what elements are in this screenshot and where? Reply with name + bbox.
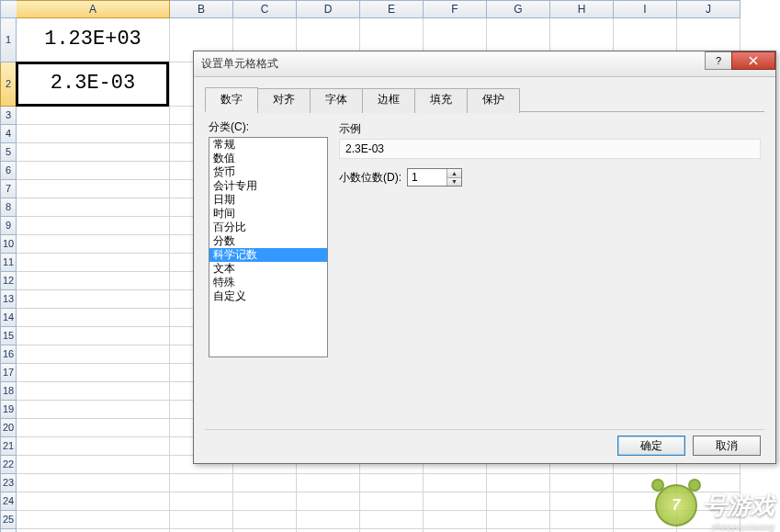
cell-J23[interactable] — [677, 474, 740, 492]
row-header-9[interactable]: 9 — [0, 217, 17, 235]
row-header-6[interactable]: 6 — [0, 162, 17, 180]
row-header-25[interactable]: 25 — [0, 511, 17, 529]
cell-A9[interactable] — [17, 217, 170, 235]
cell-G23[interactable] — [487, 474, 550, 492]
column-header-E[interactable]: E — [360, 0, 424, 18]
cell-D24[interactable] — [297, 492, 360, 511]
cell-I23[interactable] — [614, 474, 677, 492]
close-button[interactable] — [731, 51, 775, 70]
category-item-0[interactable]: 常规 — [209, 138, 327, 152]
row-header-23[interactable]: 23 — [0, 474, 17, 492]
cell-A7[interactable] — [17, 180, 170, 198]
tab-3[interactable]: 边框 — [362, 88, 415, 113]
spinner-up[interactable]: ▲ — [447, 169, 461, 178]
row-header-3[interactable]: 3 — [0, 107, 17, 125]
column-header-F[interactable]: F — [424, 0, 487, 18]
cell-F24[interactable] — [424, 492, 487, 511]
cell-A21[interactable] — [17, 437, 170, 456]
cell-H23[interactable] — [550, 474, 614, 492]
row-header-4[interactable]: 4 — [0, 125, 17, 143]
cell-A4[interactable] — [17, 125, 170, 143]
cell-A5[interactable] — [17, 143, 170, 162]
column-header-B[interactable]: B — [170, 0, 233, 18]
row-header-8[interactable]: 8 — [0, 198, 17, 217]
category-item-7[interactable]: 分数 — [209, 234, 327, 248]
row-header-10[interactable]: 10 — [0, 235, 17, 254]
cell-A6[interactable] — [17, 162, 170, 180]
cell-A18[interactable] — [17, 382, 170, 401]
tab-4[interactable]: 填充 — [414, 88, 468, 113]
cell-F23[interactable] — [424, 474, 487, 492]
cell-E24[interactable] — [360, 492, 424, 511]
column-header-D[interactable]: D — [297, 0, 360, 18]
column-header-H[interactable]: H — [550, 0, 614, 18]
cell-H25[interactable] — [550, 511, 614, 529]
cell-E23[interactable] — [360, 474, 424, 492]
cell-G24[interactable] — [487, 492, 550, 511]
category-item-1[interactable]: 数值 — [209, 152, 327, 165]
row-header-22[interactable]: 22 — [0, 456, 17, 474]
category-item-11[interactable]: 自定义 — [209, 289, 327, 303]
category-item-6[interactable]: 百分比 — [209, 221, 327, 234]
cell-E25[interactable] — [360, 511, 424, 529]
cell-A22[interactable] — [17, 456, 170, 474]
category-item-5[interactable]: 时间 — [209, 207, 327, 221]
cell-A20[interactable] — [17, 419, 170, 437]
cell-A10[interactable] — [17, 235, 170, 254]
category-item-2[interactable]: 货币 — [209, 165, 327, 179]
row-header-18[interactable]: 18 — [0, 382, 17, 401]
spinner-down[interactable]: ▼ — [447, 178, 461, 187]
row-header-16[interactable]: 16 — [0, 345, 17, 364]
help-button[interactable]: ? — [705, 51, 732, 70]
cell-B25[interactable] — [170, 511, 233, 529]
cell-A15[interactable] — [17, 327, 170, 345]
row-header-24[interactable]: 24 — [0, 492, 17, 511]
column-header-A[interactable]: A — [17, 0, 170, 18]
category-list[interactable]: 常规数值货币会计专用日期时间百分比分数科学记数文本特殊自定义 — [209, 137, 328, 357]
row-header-2[interactable]: 2 — [0, 62, 17, 107]
cell-G25[interactable] — [487, 511, 550, 529]
cell-C23[interactable] — [233, 474, 297, 492]
row-header-21[interactable]: 21 — [0, 437, 17, 456]
ok-button[interactable]: 确定 — [617, 436, 685, 456]
cell-A12[interactable] — [17, 272, 170, 290]
cell-H24[interactable] — [550, 492, 614, 511]
cell-A11[interactable] — [17, 254, 170, 272]
cell-A16[interactable] — [17, 345, 170, 364]
category-item-8[interactable]: 科学记数 — [209, 248, 327, 262]
cell-A13[interactable] — [17, 290, 170, 309]
column-header-C[interactable]: C — [233, 0, 297, 18]
cell-A14[interactable] — [17, 309, 170, 327]
category-item-10[interactable]: 特殊 — [209, 276, 327, 289]
row-header-20[interactable]: 20 — [0, 419, 17, 437]
cell-F25[interactable] — [424, 511, 487, 529]
row-header-1[interactable]: 1 — [0, 18, 17, 62]
row-header-13[interactable]: 13 — [0, 290, 17, 309]
row-header-11[interactable]: 11 — [0, 254, 17, 272]
cell-D23[interactable] — [297, 474, 360, 492]
cell-C25[interactable] — [233, 511, 297, 529]
tab-2[interactable]: 字体 — [310, 88, 363, 113]
tab-1[interactable]: 对齐 — [257, 88, 311, 113]
row-header-14[interactable]: 14 — [0, 309, 17, 327]
category-item-4[interactable]: 日期 — [209, 193, 327, 207]
row-header-17[interactable]: 17 — [0, 364, 17, 382]
cancel-button[interactable]: 取消 — [693, 436, 761, 456]
category-item-9[interactable]: 文本 — [209, 262, 327, 276]
dialog-titlebar[interactable]: 设置单元格格式 ? — [194, 51, 775, 77]
decimal-places-input[interactable] — [408, 169, 447, 186]
cell-J24[interactable] — [677, 492, 740, 511]
tab-5[interactable]: 保护 — [467, 88, 520, 113]
row-header-7[interactable]: 7 — [0, 180, 17, 198]
cell-A8[interactable] — [17, 198, 170, 217]
column-header-J[interactable]: J — [677, 0, 740, 18]
cell-B23[interactable] — [170, 474, 233, 492]
cell-A19[interactable] — [17, 401, 170, 419]
cell-A2[interactable]: 2.3E-03 — [17, 62, 170, 107]
cell-A25[interactable] — [17, 511, 170, 529]
column-header-I[interactable]: I — [614, 0, 677, 18]
cell-J25[interactable] — [677, 511, 740, 529]
cell-I24[interactable] — [614, 492, 677, 511]
cell-A24[interactable] — [17, 492, 170, 511]
cell-B24[interactable] — [170, 492, 233, 511]
